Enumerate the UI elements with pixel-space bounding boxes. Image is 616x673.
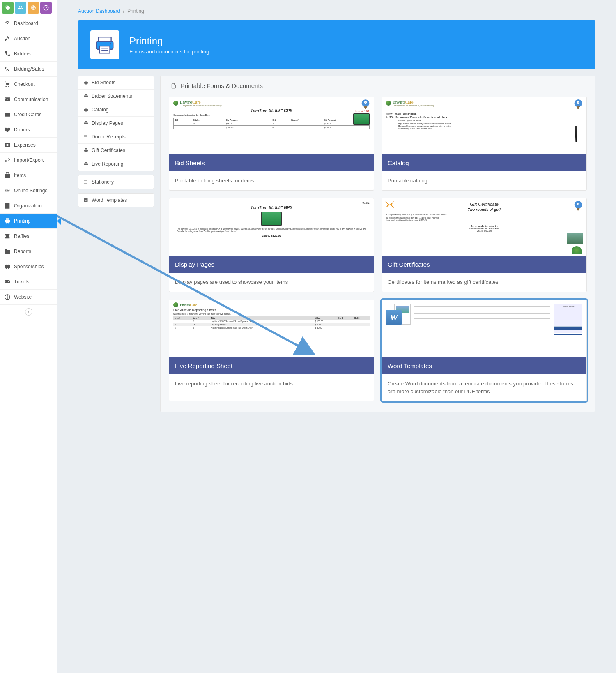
card-title: Catalog [382, 154, 586, 171]
side-link-word-templates[interactable]: WWord Templates [78, 194, 154, 207]
side-link-stationery[interactable]: Stationery [78, 175, 154, 189]
nav-label: Credit Cards [14, 112, 41, 118]
nav-item-bidding-sales[interactable]: Bidding/Sales [0, 62, 57, 77]
cards-area: Printable Forms & Documents EnviroCareCa… [160, 76, 595, 412]
cart-icon [4, 81, 11, 88]
card-live-reporting-sheet[interactable]: EnviroCareLive Auction Reporting SheetUs… [169, 300, 374, 401]
nav-item-sponsorships[interactable]: Sponsorships [0, 259, 57, 274]
card-title: Gift Certificates [382, 256, 586, 273]
side-link-catalog[interactable]: Catalog [78, 103, 154, 117]
side-link-live-reporting[interactable]: Live Reporting [78, 157, 154, 171]
side-link-bidder-statements[interactable]: Bidder Statements [78, 90, 154, 103]
print-icon [83, 107, 88, 112]
folder-icon [4, 248, 11, 255]
nav-item-communication[interactable]: Communication [0, 92, 57, 107]
bag-icon [4, 172, 11, 179]
nav-label: Communication [14, 97, 48, 102]
nav-item-checkout[interactable]: Checkout [0, 77, 57, 92]
card-preview: 5Gift CertificateTwo rounds of golf2 com… [382, 198, 586, 256]
breadcrumb-root[interactable]: Auction Dashboard [78, 8, 120, 14]
nav-label: Sponsorships [14, 264, 44, 270]
side-link-gift-certificates[interactable]: Gift Certificates [78, 144, 154, 157]
heart-icon [4, 127, 11, 133]
card-preview: EnviroCareCaring for the environment in … [169, 97, 374, 154]
top-icons: ? [0, 0, 57, 16]
tickets-icon [4, 279, 11, 285]
svg-rect-6 [98, 37, 111, 41]
card-preview: EnviroCareCaring for the environment in … [382, 97, 586, 154]
top-icon-tag[interactable] [2, 2, 14, 14]
card-gift-certificates[interactable]: 5Gift CertificateTwo rounds of golf2 com… [382, 198, 587, 292]
nav-label: Tickets [14, 279, 30, 285]
sidebar: ? DashboardAuctionBiddersBidding/SalesCh… [0, 0, 57, 673]
card-icon [4, 111, 11, 118]
globe-icon [4, 294, 11, 300]
top-icon-help[interactable]: ? [40, 2, 52, 14]
nav-item-items[interactable]: Items [0, 168, 57, 183]
nav-item-import-export[interactable]: Import/Export [0, 153, 57, 168]
gavel-icon [4, 35, 11, 42]
main-content: Auction Dashboard / Printing Printing Fo… [57, 0, 616, 673]
ticket-icon [4, 233, 11, 240]
nav-item-dashboard[interactable]: Dashboard [0, 16, 57, 31]
card-preview: WDonation Receipt [382, 300, 586, 357]
side-link-bid-sheets[interactable]: Bid Sheets [78, 76, 154, 90]
gauge-icon [4, 20, 11, 27]
nav-item-online-settings[interactable]: Online Settings [0, 183, 57, 198]
nav-item-expenses[interactable]: Expenses [0, 138, 57, 153]
nav-label: Raffles [14, 233, 29, 239]
svg-point-11 [110, 43, 111, 44]
nav-item-auction[interactable]: Auction [0, 31, 57, 46]
print-icon [83, 161, 88, 166]
card-desc: Display pages are used to showcase your … [169, 273, 374, 292]
print-icon [83, 94, 88, 99]
building-icon [4, 203, 11, 209]
print-icon [83, 121, 88, 126]
nav-item-donors[interactable]: Donors [0, 122, 57, 138]
card-preview: #101TomTom XL 5.5" GPSThe TomTom XL 335S… [169, 198, 374, 256]
card-desc: Create Word documents from a template do… [382, 374, 586, 401]
section-nav: Bid SheetsBidder StatementsCatalogDispla… [78, 76, 154, 211]
nav-item-website[interactable]: Website [0, 290, 57, 305]
card-title: Word Templates [382, 357, 586, 374]
svg-text:?: ? [45, 6, 47, 10]
file-icon [171, 83, 177, 89]
card-word-templates[interactable]: WDonation ReceiptWord TemplatesCreate Wo… [382, 300, 587, 401]
nav-item-reports[interactable]: Reports [0, 244, 57, 259]
envelope-icon [4, 96, 11, 103]
print-icon [83, 80, 88, 85]
list-icon [83, 134, 88, 139]
exchange-icon [4, 157, 11, 164]
nav-item-raffles[interactable]: Raffles [0, 229, 57, 244]
side-link-display-pages[interactable]: Display Pages [78, 117, 154, 130]
sliders-icon [4, 187, 11, 194]
printer-icon [90, 30, 119, 59]
side-link-donor-receipts[interactable]: Donor Receipts [78, 130, 154, 144]
nav-label: Printing [14, 218, 31, 224]
nav-item-bidders[interactable]: Bidders [0, 46, 57, 62]
card-display-pages[interactable]: #101TomTom XL 5.5" GPSThe TomTom XL 335S… [169, 198, 374, 292]
nav-label: Reports [14, 249, 31, 254]
nav-label: Import/Export [14, 157, 44, 163]
card-preview: EnviroCareLive Auction Reporting SheetUs… [169, 300, 374, 357]
svg-text:5: 5 [365, 101, 366, 104]
print-icon [83, 148, 88, 153]
top-icon-people[interactable] [15, 2, 26, 14]
card-desc: Printable catalog [382, 171, 586, 190]
nav-item-printing[interactable]: Printing [0, 214, 57, 229]
nav-label: Donors [14, 127, 30, 133]
nav-label: Dashboard [14, 21, 38, 26]
nav-label: Bidders [14, 51, 31, 57]
breadcrumb: Auction Dashboard / Printing [78, 8, 595, 14]
nav-item-credit-cards[interactable]: Credit Cards [0, 107, 57, 122]
nav-label: Online Settings [14, 188, 47, 194]
handshake-icon [4, 263, 11, 270]
sidebar-collapse[interactable]: ‹ [0, 305, 57, 319]
nav-item-organization[interactable]: Organization [0, 198, 57, 214]
top-icon-globe[interactable] [28, 2, 39, 14]
card-catalog[interactable]: EnviroCareCaring for the environment in … [382, 97, 587, 191]
cards-header: Printable Forms & Documents [169, 82, 587, 89]
nav-item-tickets[interactable]: Tickets [0, 274, 57, 290]
nav-label: Auction [14, 36, 30, 41]
card-bid-sheets[interactable]: EnviroCareCaring for the environment in … [169, 97, 374, 191]
